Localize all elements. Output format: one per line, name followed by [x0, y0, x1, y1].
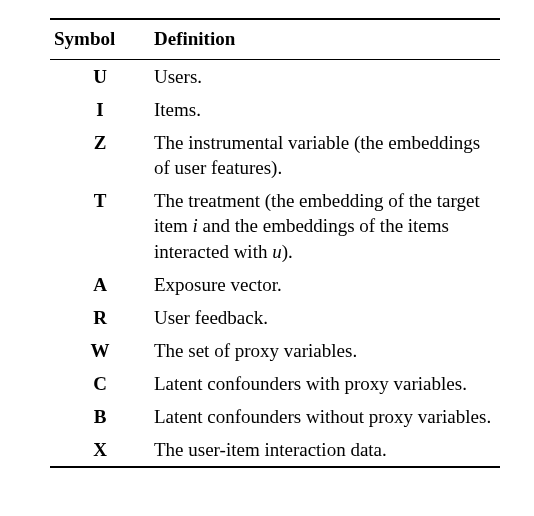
symbol-cell: B — [50, 400, 150, 433]
table-row: Z The instrumental variable (the embeddi… — [50, 126, 500, 184]
symbol-cell: I — [50, 93, 150, 126]
symbol-cell: A — [50, 268, 150, 301]
header-symbol: Symbol — [50, 19, 150, 60]
symbol-cell: Z — [50, 126, 150, 184]
table-row: B Latent confounders without proxy varia… — [50, 400, 500, 433]
symbol-cell: X — [50, 433, 150, 467]
definition-cell: Latent confounders with proxy variables. — [150, 367, 500, 400]
def-text: and the embeddings of the items interact… — [154, 215, 449, 261]
symbol-cell: U — [50, 60, 150, 94]
symbol-table-container: Symbol Definition U Users. I Items. Z Th… — [0, 0, 534, 516]
table-row: T The treatment (the embedding of the ta… — [50, 184, 500, 267]
def-text: ). — [282, 241, 293, 262]
symbol-cell: W — [50, 334, 150, 367]
table-row: R User feedback. — [50, 301, 500, 334]
table-row: X The user-item interaction data. — [50, 433, 500, 467]
table-row: W The set of proxy variables. — [50, 334, 500, 367]
definition-cell: The set of proxy variables. — [150, 334, 500, 367]
header-definition: Definition — [150, 19, 500, 60]
definition-cell: Users. — [150, 60, 500, 94]
definition-cell: The treatment (the embedding of the targ… — [150, 184, 500, 267]
definition-cell: Exposure vector. — [150, 268, 500, 301]
symbol-cell: C — [50, 367, 150, 400]
table-header-row: Symbol Definition — [50, 19, 500, 60]
definition-cell: Items. — [150, 93, 500, 126]
table-row: A Exposure vector. — [50, 268, 500, 301]
symbol-cell: T — [50, 184, 150, 267]
symbol-definition-table: Symbol Definition U Users. I Items. Z Th… — [50, 18, 500, 468]
definition-cell: User feedback. — [150, 301, 500, 334]
table-row: I Items. — [50, 93, 500, 126]
table-row: U Users. — [50, 60, 500, 94]
table-row: C Latent confounders with proxy variable… — [50, 367, 500, 400]
def-italic-u: u — [272, 241, 282, 262]
definition-cell: The instrumental variable (the embedding… — [150, 126, 500, 184]
definition-cell: The user-item interaction data. — [150, 433, 500, 467]
definition-cell: Latent confounders without proxy variabl… — [150, 400, 500, 433]
symbol-cell: R — [50, 301, 150, 334]
